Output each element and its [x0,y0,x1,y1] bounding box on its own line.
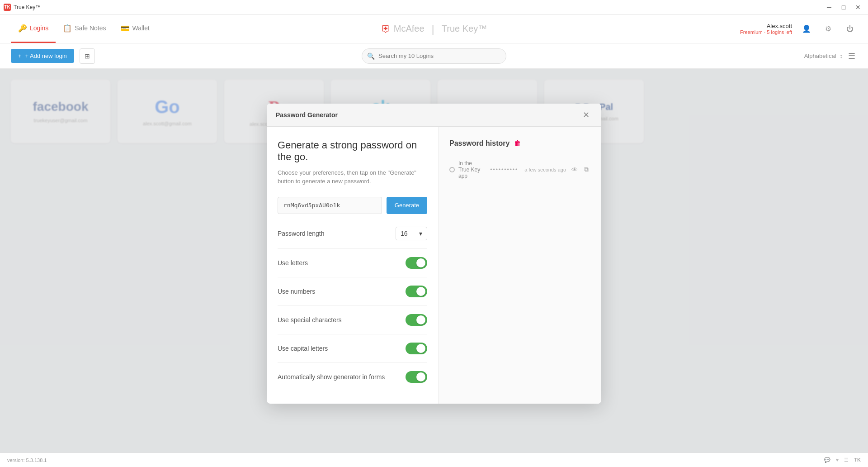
bottombar: version: 5.3.138.1 💬 ♥ ☰ TK [0,453,868,467]
titlebar: TK True Key™ ─ □ ✕ [0,0,868,14]
modal-backdrop: Password Generator ✕ Generate a strong p… [0,69,868,438]
nav-tab-logins[interactable]: 🔑 Logins [11,14,56,43]
brand-divider: | [432,23,434,35]
history-copy-button[interactable]: ⧉ [582,165,590,174]
sort-icon: ↕ [840,52,843,59]
plus-icon: + [18,52,22,59]
bottom-icons: 💬 ♥ ☰ TK [824,457,861,463]
nav-right: Alex.scott Freemium - 5 logins left 👤 ⚙ … [740,22,857,36]
main-content: facebook truekeyuser@gmail.com Go alex.s… [0,69,868,453]
list-view-button[interactable]: ☰ [846,49,857,63]
use-capital-letters-label: Use capital letters [278,345,328,352]
profile-button[interactable]: 👤 [799,22,814,36]
settings-button[interactable]: ⚙ [821,22,835,36]
modal-body: Generate a strong password on the go. Ch… [267,127,601,404]
history-item-location: In the True Key app [458,160,484,179]
nav-tab-safe-notes[interactable]: 📋 Safe Notes [56,14,113,43]
use-numbers-toggle[interactable] [406,286,427,297]
auto-show-option: Automatically show generator in forms [278,371,427,391]
use-special-chars-label: Use special characters [278,316,342,324]
modal-left-panel: Generate a strong password on the go. Ch… [267,127,439,404]
safe-notes-icon: 📋 [63,24,72,33]
wallet-icon: 💳 [121,24,130,33]
sort-label: Alphabetical [804,52,836,59]
history-item-time: a few seconds ago [524,167,566,172]
maximize-button[interactable]: □ [837,1,850,14]
brand-truekey: True Key™ [442,24,487,34]
password-row: Generate [278,197,427,214]
add-new-login-button[interactable]: + + Add new login [11,49,74,63]
nav-tab-safe-notes-label: Safe Notes [75,24,106,32]
use-special-chars-option: Use special characters [278,314,427,334]
power-button[interactable]: ⏻ [843,22,857,36]
navbar: 🔑 Logins 📋 Safe Notes 💳 Wallet ⛨ McAfee … [0,14,868,43]
mcafee-shield-icon: ⛨ [381,23,391,35]
heart-icon[interactable]: ♥ [836,457,839,463]
user-name: Alex.scott [740,23,792,29]
password-length-option: Password length 16 ▾ [278,227,427,249]
use-letters-option: Use letters [278,257,427,277]
modal-close-button[interactable]: ✕ [580,110,592,120]
app-title: True Key™ [14,4,41,10]
nav-tab-logins-label: Logins [30,24,48,32]
use-numbers-option: Use numbers [278,286,427,306]
logins-icon: 🔑 [18,24,27,33]
search-input[interactable] [362,48,506,64]
toolbar: + + Add new login ⊞ 🔍 Alphabetical ↕ ☰ [0,43,868,69]
use-capital-letters-option: Use capital letters [278,343,427,363]
auto-show-label: Automatically show generator in forms [278,373,385,381]
sort-button[interactable]: Alphabetical ↕ [804,52,843,59]
menu-icon[interactable]: ☰ [844,457,849,463]
chat-icon[interactable]: 💬 [824,457,830,463]
use-letters-label: Use letters [278,259,308,267]
use-numbers-label: Use numbers [278,288,315,295]
brand-mcafee: ⛨ McAfee [381,23,425,35]
window-close-button[interactable]: ✕ [852,1,864,14]
generator-description: Choose your preferences, then tap on the… [278,168,427,186]
history-item-actions: 👁 ⧉ [570,165,590,174]
version-label: version: 5.3.138.1 [7,457,47,463]
search-container: 🔍 [362,48,506,64]
password-length-label: Password length [278,230,325,237]
grid-view-button[interactable]: ⊞ [80,48,95,64]
user-plan: Freemium - 5 logins left [740,29,792,35]
search-icon: 🔍 [367,52,375,60]
history-view-button[interactable]: 👁 [570,165,580,174]
history-item-dot [449,167,455,172]
modal-header: Password Generator ✕ [267,104,601,127]
history-header: Password history 🗑 [449,139,590,148]
modal-title: Password Generator [276,111,338,119]
window-controls: ─ □ ✕ [823,1,864,14]
generator-title: Generate a strong password on the go. [278,139,427,163]
length-select[interactable]: 16 ▾ [396,227,427,240]
auto-show-toggle[interactable] [406,371,427,383]
modal-right-panel: Password history 🗑 In the True Key app •… [439,127,601,404]
trash-icon[interactable]: 🗑 [514,139,521,148]
minimize-button[interactable]: ─ [823,1,835,14]
history-item: In the True Key app •••••••••• a few sec… [449,157,590,183]
app-icon: TK [4,4,11,11]
use-special-chars-toggle[interactable] [406,314,427,326]
length-value: 16 [401,230,408,237]
nav-tabs: 🔑 Logins 📋 Safe Notes 💳 Wallet [11,14,157,43]
tk-icon: TK [854,457,861,463]
chevron-down-icon: ▾ [419,230,422,237]
generate-button[interactable]: Generate [387,197,427,214]
password-generator-modal: Password Generator ✕ Generate a strong p… [267,104,601,404]
nav-tab-wallet-label: Wallet [132,24,150,32]
use-letters-toggle[interactable] [406,257,427,269]
brand-logo: ⛨ McAfee | True Key™ [381,23,487,35]
user-info: Alex.scott Freemium - 5 logins left [740,23,792,35]
generated-password-field[interactable] [278,197,382,214]
history-title: Password history [449,139,509,148]
titlebar-left: TK True Key™ [4,4,41,11]
history-item-password: •••••••••• [490,167,518,173]
nav-tab-wallet[interactable]: 💳 Wallet [113,14,157,43]
use-capital-letters-toggle[interactable] [406,343,427,354]
